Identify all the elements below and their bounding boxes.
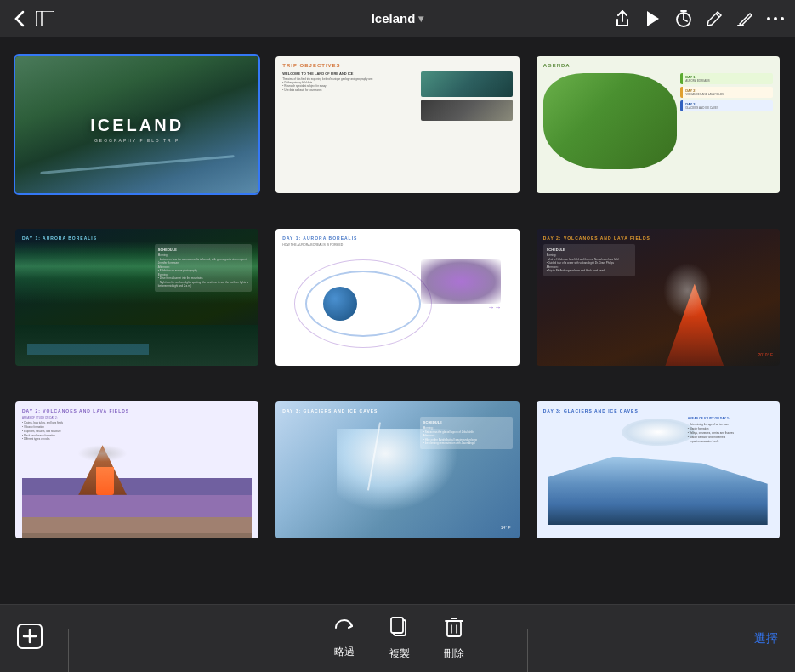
top-bar-right	[423, 9, 785, 28]
delete-button[interactable]: 刪除	[444, 617, 464, 661]
slide-7-lava-flow	[96, 467, 115, 495]
slide-1-title: ICELAND	[90, 116, 184, 135]
slide-5-bg: DAY 1: AURORA BOREALIS HOW THE AURORA BO…	[275, 229, 519, 366]
pen-button[interactable]	[705, 9, 724, 28]
slide-1-river	[40, 155, 234, 174]
slide-2-text-area: WELCOME TO THE LAND OF FIRE AND ICE The …	[282, 71, 417, 121]
delete-icon	[445, 617, 463, 643]
slide-2-images	[421, 71, 513, 121]
slide-6-temperature: 2010° F	[758, 352, 773, 357]
slide-2-image2	[421, 100, 513, 121]
slide-6-sched-title: SCHEDULE	[547, 248, 633, 252]
slide-3-content: AGENDA DAY 1 AURORA BOREALIS DAY 2 VOLCA…	[537, 56, 780, 193]
copy-label: 複製	[389, 646, 410, 661]
back-button[interactable]	[10, 9, 29, 28]
separator-line-1	[68, 629, 69, 672]
sidebar-toggle-button[interactable]	[36, 9, 54, 28]
select-button[interactable]: 選擇	[754, 631, 778, 646]
slide-wrapper-9: DAY 3: GLACIERS AND ICE CAVES AREAS OF S…	[535, 400, 781, 559]
slide-3-day1: DAY 1 AURORA BOREALIS	[680, 73, 773, 84]
slide-9-content: DAY 3: GLACIERS AND ICE CAVES AREAS OF S…	[537, 401, 780, 538]
slide-8-schedule-box: SCHEDULE Morning: • Sail across the glac…	[420, 417, 513, 449]
slide-thumb-2[interactable]: TRIP OBJECTIVES WELCOME TO THE LAND OF F…	[274, 54, 520, 195]
delete-label: 刪除	[444, 646, 464, 661]
slide-5-aurora-img	[421, 259, 502, 304]
slide-2-bg: TRIP OBJECTIVES WELCOME TO THE LAND OF F…	[275, 56, 519, 193]
slide-8-heading: DAY 3: GLACIERS AND ICE CAVES	[282, 408, 512, 413]
svg-point-11	[781, 17, 784, 20]
slide-7-heading: DAY 2: VOLCANOES AND LAVA FIELDS	[22, 408, 252, 413]
copy-icon	[390, 617, 409, 643]
slide-wrapper-2: TRIP OBJECTIVES WELCOME TO THE LAND OF F…	[274, 54, 520, 214]
slide-7-diagram	[22, 445, 252, 538]
slide-thumb-5[interactable]: DAY 1: AURORA BOREALIS HOW THE AURORA BO…	[274, 227, 520, 367]
slide-5-earth	[323, 287, 357, 321]
more-button[interactable]	[766, 9, 785, 28]
slide-7-metamorphic-layer	[22, 517, 252, 534]
slide-6-sched-text: Morning: • Visit to Holuhraun lava field…	[547, 253, 633, 273]
add-slide-button[interactable]	[17, 624, 43, 654]
slide-2-image1	[421, 71, 513, 97]
svg-marker-2	[647, 11, 659, 26]
svg-line-5	[684, 20, 687, 21]
slide-4-sched-title: SCHEDULE	[158, 248, 249, 252]
skip-label: 略過	[334, 645, 355, 659]
slides-area: ICELAND GEOGRAPHY FIELD TRIP 1 TRIP OBJE…	[0, 37, 795, 604]
document-title-area[interactable]: Iceland ▾	[372, 11, 424, 26]
slide-5-diagram: →→	[282, 248, 512, 359]
slide-5-heading: DAY 1: AURORA BOREALIS	[282, 236, 512, 241]
slide-thumb-4[interactable]: DAY 1: AURORA BOREALIS SCHEDULE Morning:…	[14, 227, 260, 367]
slide-9-bg: DAY 3: GLACIERS AND ICE CAVES AREAS OF S…	[537, 401, 780, 538]
timer-button[interactable]	[674, 9, 693, 28]
top-bar: Iceland ▾	[0, 0, 795, 37]
slide-8-sched-title: SCHEDULE	[423, 420, 509, 424]
slide-thumb-7[interactable]: DAY 2: VOLCANOES AND LAVA FIELDS AREAS O…	[14, 400, 260, 540]
slide-4-sched-text: Morning: • Lecture on how the aurora bor…	[158, 253, 249, 288]
slide-7-items: • Craters, lava tubes, and lava fields •…	[22, 421, 252, 441]
slide-5-subheading: HOW THE AURORA BOREALIS IS FORMED	[282, 243, 512, 247]
separator-line-2	[332, 629, 332, 672]
svg-rect-16	[391, 618, 403, 633]
skip-button[interactable]: 略過	[333, 618, 355, 659]
slide-3-map	[543, 73, 677, 169]
slide-3-day2: DAY 2 VOLCANOES AND LAVA FIELDS	[680, 87, 773, 98]
add-slide-icon	[17, 624, 43, 654]
slide-7-content: DAY 2: VOLCANOES AND LAVA FIELDS AREAS O…	[15, 401, 258, 538]
slide-thumb-3[interactable]: AGENDA DAY 1 AURORA BOREALIS DAY 2 VOLCA…	[535, 54, 781, 195]
slide-wrapper-7: DAY 2: VOLCANOES AND LAVA FIELDS AREAS O…	[14, 400, 260, 559]
slide-7-sedimentary-layer	[22, 533, 252, 538]
slide-thumb-9[interactable]: DAY 3: GLACIERS AND ICE CAVES AREAS OF S…	[535, 400, 781, 540]
play-button[interactable]	[644, 9, 662, 28]
slide-wrapper-4: DAY 1: AURORA BOREALIS SCHEDULE Morning:…	[14, 227, 260, 386]
slide-4-heading: DAY 1: AURORA BOREALIS	[22, 236, 252, 241]
share-button[interactable]	[613, 9, 632, 28]
slide-2-body-area: WELCOME TO THE LAND OF FIRE AND ICE The …	[282, 71, 512, 121]
slide-6-smoke	[663, 263, 712, 317]
svg-rect-0	[36, 11, 54, 26]
slide-6-bg: DAY 2: VOLCANOES AND LAVA FIELDS SCHEDUL…	[537, 229, 780, 366]
slide-wrapper-5: DAY 1: AURORA BOREALIS HOW THE AURORA BO…	[274, 227, 520, 386]
top-bar-left	[10, 9, 372, 28]
slide-thumb-1[interactable]: ICELAND GEOGRAPHY FIELD TRIP	[14, 54, 260, 195]
slide-2-heading: TRIP OBJECTIVES	[282, 63, 512, 68]
slide-4-content: DAY 1: AURORA BOREALIS SCHEDULE Morning:…	[15, 229, 258, 366]
slide-1-content: ICELAND GEOGRAPHY FIELD TRIP	[15, 56, 258, 193]
svg-rect-17	[447, 621, 461, 636]
separator-line-3	[434, 629, 434, 672]
skip-icon	[333, 618, 355, 641]
slide-wrapper-1: ICELAND GEOGRAPHY FIELD TRIP 1	[14, 54, 260, 214]
highlight-button[interactable]	[735, 9, 754, 28]
slide-7-subheading: AREAS OF STUDY ON DAY 2:	[22, 416, 252, 419]
copy-button[interactable]: 複製	[389, 617, 410, 661]
slide-4-schedule-box: SCHEDULE Morning: • Lecture on how the a…	[155, 244, 253, 292]
document-title: Iceland	[372, 11, 416, 26]
slide-9-subheading: AREAS OF STUDY ON DAY 3:	[688, 417, 773, 421]
slide-3-heading: AGENDA	[543, 63, 773, 68]
select-label: 選擇	[754, 631, 778, 646]
slide-7-mantle-layer	[22, 478, 252, 495]
slide-thumb-6[interactable]: DAY 2: VOLCANOES AND LAVA FIELDS SCHEDUL…	[535, 227, 781, 367]
solar-wind-indicator: →→	[487, 304, 501, 311]
slide-thumb-8[interactable]: DAY 3: GLACIERS AND ICE CAVES SCHEDULE M…	[274, 400, 520, 540]
slide-8-bg: DAY 3: GLACIERS AND ICE CAVES SCHEDULE M…	[275, 401, 519, 538]
slide-7-igneous-layer	[22, 495, 252, 517]
